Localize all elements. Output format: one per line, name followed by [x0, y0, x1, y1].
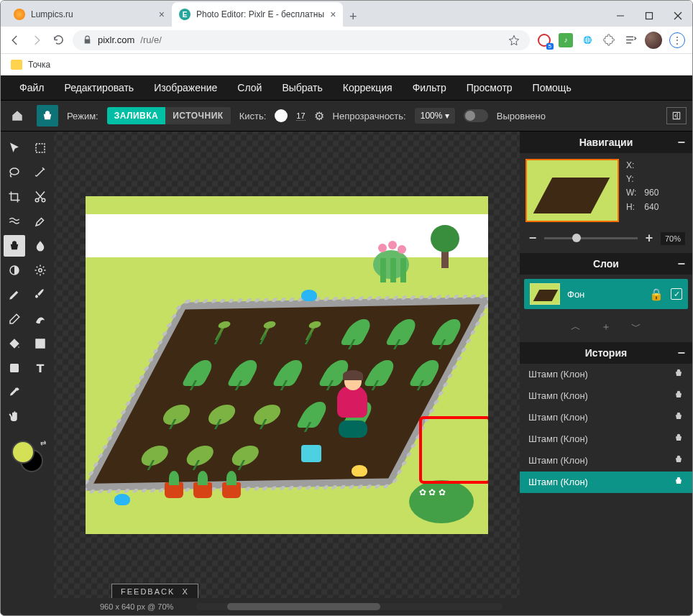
history-panel-header[interactable]: История − [520, 342, 692, 364]
new-tab-button[interactable]: + [343, 6, 363, 27]
profile-avatar[interactable] [645, 32, 662, 49]
history-item[interactable]: Штамп (Клон) [520, 385, 692, 407]
bookmark-label[interactable]: Точка [28, 60, 50, 70]
menu-filter[interactable]: Фильтр [403, 78, 456, 98]
history-item[interactable]: Штамп (Клон) [520, 407, 692, 428]
mode-source-button[interactable]: ИСТОЧНИК [165, 107, 230, 124]
layer-up-button[interactable]: ︿ [571, 321, 581, 334]
feedback-button[interactable]: FEEDBACK X [111, 584, 198, 599]
opacity-value[interactable]: 100% ▾ [415, 108, 455, 124]
maximize-button[interactable] [635, 5, 664, 27]
tool-lasso[interactable] [4, 162, 25, 183]
mode-toggle: ЗАЛИВКА ИСТОЧНИК [107, 107, 231, 124]
collapse-icon[interactable]: − [677, 135, 685, 150]
menu-file[interactable]: Файл [9, 78, 54, 98]
close-icon[interactable]: × [159, 9, 165, 20]
collapse-icon[interactable]: − [677, 346, 685, 361]
tool-eyedropper[interactable] [4, 382, 25, 403]
tool-sponge[interactable] [29, 259, 51, 281]
close-icon[interactable]: X [182, 587, 188, 596]
collapse-icon[interactable]: − [677, 257, 685, 272]
tool-gradient[interactable] [29, 333, 51, 354]
tool-eraser[interactable] [4, 308, 25, 330]
horizontal-scrollbar[interactable] [196, 603, 502, 610]
menu-image[interactable]: Изображение [144, 78, 227, 98]
lock-icon[interactable]: 🔒 [649, 288, 664, 301]
canvas-status: 960 x 640 px @ 70% [100, 602, 173, 611]
tool-marquee[interactable] [29, 137, 51, 159]
extension-icon[interactable]: 5 [537, 33, 551, 47]
mode-fill-button[interactable]: ЗАЛИВКА [107, 107, 166, 124]
home-button[interactable] [6, 105, 28, 127]
clone-tool-icon[interactable] [37, 105, 58, 127]
extension-icon[interactable]: 🌐 [580, 33, 595, 47]
tool-smudge[interactable] [29, 308, 51, 330]
browser-tab-2[interactable]: E Photo Editor: Pixlr E - бесплатны × [172, 2, 343, 27]
stamp-icon [674, 411, 684, 423]
add-layer-button[interactable]: ＋ [601, 321, 611, 334]
minimize-button[interactable] [606, 5, 635, 27]
menu-edit[interactable]: Редактировать [54, 78, 144, 98]
url-field[interactable]: pixlr.com/ru/e/ [73, 30, 530, 50]
tool-zoom[interactable] [29, 382, 51, 403]
menu-view[interactable]: Просмотр [456, 78, 523, 98]
tool-pen[interactable] [4, 284, 25, 305]
history-item[interactable]: Штамп (Клон) [520, 450, 692, 472]
tool-clone-stamp[interactable] [4, 235, 25, 257]
tool-hand[interactable] [4, 406, 25, 428]
aligned-toggle[interactable] [464, 109, 488, 122]
history-item[interactable]: Штамп (Клон) [520, 364, 692, 385]
layers-panel-header[interactable]: Слои − [520, 253, 692, 275]
selection-highlight [419, 416, 488, 484]
close-icon[interactable]: × [330, 9, 336, 20]
canvas[interactable] [86, 196, 488, 534]
nav-panel-header[interactable]: Навигации − [520, 132, 692, 153]
history-item[interactable]: Штамп (Клон) [520, 472, 692, 493]
menu-layer[interactable]: Слой [227, 78, 272, 98]
tool-brush[interactable] [29, 284, 51, 305]
forward-button[interactable] [29, 33, 44, 47]
layer-down-button[interactable]: ﹀ [631, 321, 641, 334]
star-icon[interactable] [508, 35, 520, 46]
tool-blur[interactable] [29, 235, 51, 257]
tool-cut[interactable] [29, 186, 51, 208]
extension-icon[interactable]: ♪ [559, 33, 573, 47]
reload-button[interactable] [51, 33, 65, 47]
nav-thumbnail[interactable] [526, 159, 619, 222]
swap-colors-icon[interactable]: ⇄ [40, 439, 46, 447]
close-window-button[interactable] [664, 5, 692, 27]
brush-settings-icon[interactable]: ⚙ [314, 109, 324, 123]
stamp-icon [674, 476, 684, 488]
color-swatches[interactable]: ⇄ [12, 441, 43, 472]
menu-adjust[interactable]: Коррекция [333, 78, 403, 98]
zoom-slider[interactable] [544, 237, 638, 239]
aligned-label: Выровнено [497, 111, 546, 121]
tool-shape[interactable] [4, 357, 25, 379]
brush-size-value[interactable]: 17 [296, 111, 305, 121]
tool-dodge[interactable] [4, 259, 25, 281]
browser-menu-button[interactable]: ⋮ [669, 32, 685, 48]
foreground-color[interactable] [12, 441, 35, 464]
tool-liquify[interactable] [4, 211, 25, 232]
tool-arrow[interactable] [4, 137, 25, 159]
tool-fill[interactable] [4, 333, 25, 354]
extensions-button[interactable] [602, 33, 616, 47]
layer-row[interactable]: Фон 🔒 ✓ [524, 279, 688, 309]
brush-preview-icon[interactable] [275, 109, 288, 122]
zoom-in-button[interactable]: + [643, 231, 655, 246]
menu-select[interactable]: Выбрать [272, 78, 332, 98]
reading-list-icon[interactable] [623, 33, 638, 47]
browser-tab-1[interactable]: Lumpics.ru × [6, 2, 172, 27]
toggle-panels-button[interactable] [666, 107, 687, 124]
tool-text[interactable] [29, 357, 51, 379]
tool-wand[interactable] [29, 162, 51, 183]
zoom-out-button[interactable]: − [527, 231, 538, 246]
history-item[interactable]: Штамп (Клон) [520, 428, 692, 450]
menu-help[interactable]: Помощь [523, 78, 582, 98]
svg-point-5 [10, 168, 19, 175]
tool-heal[interactable] [29, 211, 51, 232]
visibility-checkbox[interactable]: ✓ [671, 288, 682, 300]
tool-crop[interactable] [4, 186, 25, 208]
zoom-value[interactable]: 70% [661, 232, 685, 245]
back-button[interactable] [8, 33, 22, 47]
